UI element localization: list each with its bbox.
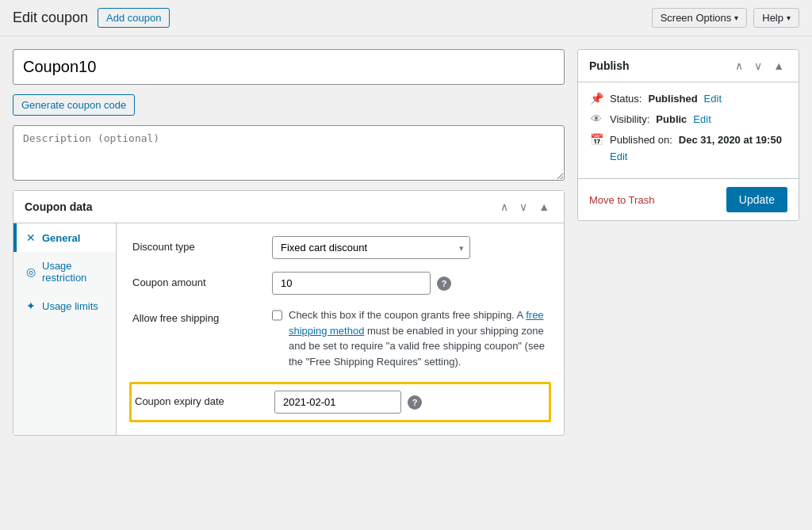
- header-controls: ∧ ∨ ▲: [497, 199, 553, 215]
- publish-collapse-button[interactable]: ▲: [770, 58, 787, 74]
- generate-btn-wrapper: Generate coupon code: [13, 94, 565, 116]
- publish-sort-up-icon: ∧: [735, 59, 743, 72]
- published-on-label: Published on:: [610, 134, 672, 146]
- coupon-data-title: Coupon data: [25, 200, 93, 213]
- discount-type-label: Discount type: [132, 236, 259, 253]
- coupon-name-input[interactable]: [13, 49, 565, 85]
- free-shipping-desc-before: Check this box if the coupon grants free…: [289, 309, 526, 321]
- tab-usage-limits[interactable]: ✦ Usage limits: [13, 292, 116, 320]
- description-textarea[interactable]: [13, 125, 565, 181]
- tab-general[interactable]: ✕ General: [13, 223, 116, 252]
- left-column: Generate coupon code Coupon data ∧ ∨ ▲: [13, 49, 565, 436]
- status-edit-link[interactable]: Edit: [704, 93, 722, 105]
- discount-type-select[interactable]: Percentage discount Fixed cart discount …: [272, 236, 470, 259]
- sort-up-button[interactable]: ∧: [497, 199, 511, 215]
- visibility-icon: 👁: [589, 112, 603, 125]
- visibility-value: Public: [656, 113, 687, 125]
- coupon-expiry-label: Coupon expiry date: [135, 391, 262, 407]
- status-icon: 📌: [589, 92, 603, 105]
- help-caret-icon: ▾: [787, 13, 791, 22]
- tab-content-general: Discount type Percentage discount Fixed …: [117, 223, 564, 435]
- sort-down-icon: ∨: [519, 200, 527, 213]
- discount-type-control: Percentage discount Fixed cart discount …: [272, 236, 548, 259]
- publish-sort-down-icon: ∨: [754, 59, 762, 72]
- main-content: Generate coupon code Coupon data ∧ ∨ ▲: [0, 36, 812, 448]
- coupon-amount-control: ?: [272, 272, 548, 295]
- allow-free-shipping-checkbox[interactable]: [272, 309, 282, 322]
- published-on-value: Dec 31, 2020 at 19:50: [679, 134, 782, 146]
- tab-usage-restriction[interactable]: ◎ Usage restriction: [13, 252, 116, 292]
- publish-visibility-row: 👁 Visibility: Public Edit: [589, 112, 787, 125]
- allow-free-shipping-label: Allow free shipping: [132, 307, 259, 324]
- publish-body: 📌 Status: Published Edit 👁 Visibility: P…: [578, 82, 799, 178]
- usage-limits-tab-icon: ✦: [26, 299, 36, 312]
- tabs-sidebar: ✕ General ◎ Usage restriction ✦ Usage li…: [13, 223, 117, 435]
- screen-options-button[interactable]: Screen Options ▾: [652, 8, 748, 28]
- visibility-label: Visibility:: [610, 113, 649, 125]
- help-button[interactable]: Help ▾: [753, 8, 799, 28]
- discount-type-row: Discount type Percentage discount Fixed …: [132, 236, 548, 259]
- status-label: Status:: [610, 93, 642, 105]
- collapse-icon: ▲: [538, 200, 550, 213]
- update-button[interactable]: Update: [726, 187, 787, 212]
- sort-up-icon: ∧: [500, 200, 508, 213]
- collapse-button[interactable]: ▲: [535, 199, 553, 215]
- tab-general-label: General: [42, 232, 80, 244]
- allow-free-shipping-control: Check this box if the coupon grants free…: [272, 307, 548, 369]
- tab-usage-limits-label: Usage limits: [42, 300, 98, 312]
- help-label: Help: [762, 12, 783, 24]
- generate-coupon-code-button[interactable]: Generate coupon code: [13, 94, 135, 116]
- coupon-expiry-control: ?: [274, 391, 422, 414]
- coupon-data-header: Coupon data ∧ ∨ ▲: [13, 191, 564, 223]
- general-tab-icon: ✕: [26, 231, 36, 244]
- allow-free-shipping-row: Allow free shipping Check this box if th…: [132, 307, 548, 369]
- coupon-expiry-help-icon[interactable]: ?: [408, 395, 422, 410]
- visibility-edit-link[interactable]: Edit: [693, 113, 710, 125]
- publish-sort-up-button[interactable]: ∧: [732, 58, 746, 74]
- publish-collapse-icon: ▲: [773, 59, 784, 72]
- status-value: Published: [648, 93, 697, 105]
- publish-box: Publish ∧ ∨ ▲ 📌 Status:: [577, 49, 799, 221]
- top-bar-right: Screen Options ▾ Help ▾: [652, 8, 799, 28]
- publish-header-controls: ∧ ∨ ▲: [732, 58, 787, 74]
- publish-sort-down-button[interactable]: ∨: [751, 58, 765, 74]
- screen-options-caret-icon: ▾: [734, 13, 738, 22]
- coupon-data-box: Coupon data ∧ ∨ ▲: [13, 190, 565, 436]
- top-bar: Edit coupon Add coupon Screen Options ▾ …: [0, 0, 812, 36]
- coupon-amount-input[interactable]: [272, 272, 431, 295]
- free-shipping-description: Check this box if the coupon grants free…: [289, 307, 548, 369]
- right-column: Publish ∧ ∨ ▲ 📌 Status:: [577, 49, 799, 221]
- coupon-amount-row: Coupon amount ?: [132, 272, 548, 295]
- calendar-icon: 📅: [589, 133, 603, 146]
- add-coupon-button[interactable]: Add coupon: [98, 8, 170, 28]
- top-bar-left: Edit coupon Add coupon: [13, 8, 170, 28]
- tab-usage-restriction-label: Usage restriction: [42, 260, 106, 284]
- published-on-edit-link[interactable]: Edit: [610, 151, 627, 162]
- publish-status-row: 📌 Status: Published Edit: [589, 92, 787, 105]
- usage-restriction-tab-icon: ◎: [26, 265, 36, 278]
- page-title: Edit coupon: [13, 10, 88, 26]
- publish-footer: Move to Trash Update: [578, 178, 799, 220]
- coupon-amount-help-icon[interactable]: ?: [437, 276, 451, 291]
- coupon-amount-label: Coupon amount: [132, 272, 259, 288]
- publish-date-row: 📅 Published on: Dec 31, 2020 at 19:50: [589, 133, 787, 146]
- coupon-data-body: ✕ General ◎ Usage restriction ✦ Usage li…: [13, 223, 564, 435]
- publish-title: Publish: [589, 59, 630, 72]
- coupon-expiry-input[interactable]: [274, 391, 401, 414]
- move-to-trash-link[interactable]: Move to Trash: [589, 194, 654, 206]
- sort-down-button[interactable]: ∨: [516, 199, 530, 215]
- screen-options-label: Screen Options: [661, 12, 732, 24]
- publish-header: Publish ∧ ∨ ▲: [578, 50, 799, 82]
- discount-type-select-wrapper: Percentage discount Fixed cart discount …: [272, 236, 470, 259]
- coupon-expiry-row: Coupon expiry date ?: [129, 382, 551, 422]
